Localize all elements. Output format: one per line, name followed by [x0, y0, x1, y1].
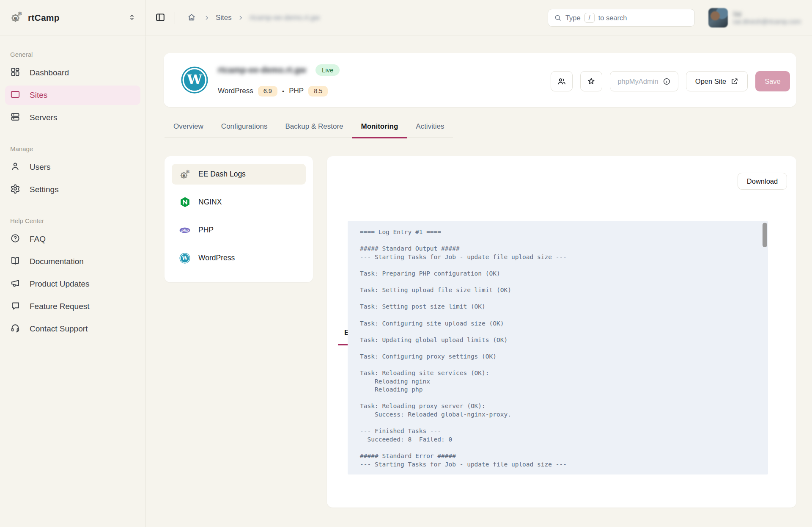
tab-backup-restore[interactable]: Backup & Restore — [276, 121, 352, 138]
headset-icon — [10, 323, 20, 335]
divider — [175, 12, 175, 24]
log-type-php[interactable]: PHP — [172, 220, 306, 240]
sidebar-item-settings[interactable]: Settings — [5, 180, 140, 199]
open-site-label: Open Site — [695, 77, 726, 86]
chevron-up-down-icon — [128, 13, 136, 23]
search-placeholder-prefix: Type — [565, 14, 581, 22]
status-badge: Live — [315, 64, 340, 76]
sidebar-item-feature-request[interactable]: Feature Request — [5, 297, 140, 316]
chat-bubble-icon — [10, 301, 20, 313]
tab-monitoring[interactable]: Monitoring — [352, 121, 407, 138]
servers-icon — [10, 112, 20, 124]
sidebar-section-manage: Manage — [10, 145, 135, 152]
site-stack-row: WordPress 6.9 • PHP 8.5 — [218, 86, 328, 97]
sidebar-item-label: Sites — [30, 91, 47, 100]
sidebar-item-servers[interactable]: Servers — [5, 108, 140, 127]
megaphone-icon — [10, 278, 20, 290]
php-label: PHP — [289, 87, 304, 95]
sidebar-section-general: General — [10, 51, 135, 58]
sidebar-item-dashboard[interactable]: Dashboard — [5, 63, 140, 83]
log-type-label: PHP — [198, 226, 214, 235]
book-open-icon — [10, 256, 20, 268]
app-root: rtCamp — [0, 0, 812, 527]
site-name-redacted: rtcamp-ee-demo.rt.gw — [218, 65, 306, 75]
save-button[interactable]: Save — [755, 71, 790, 91]
sidebar-item-contact-support[interactable]: Contact Support — [5, 319, 140, 339]
sidebar-item-label: Users — [30, 163, 51, 172]
search-slash-key: / — [584, 13, 595, 23]
log-scrollbar-thumb[interactable] — [763, 223, 767, 247]
log-type-label: EE Dash Logs — [198, 170, 246, 179]
gear-icon — [10, 184, 20, 196]
sidebar-item-users[interactable]: Users — [5, 157, 140, 177]
topbar-main: Sites rtcamp-ee-demo.rt.gw Type / to sea… — [146, 8, 812, 28]
home-breadcrumb-button[interactable] — [185, 11, 198, 25]
dashboard-icon — [10, 67, 20, 79]
star-icon — [587, 77, 596, 86]
tab-activities[interactable]: Activities — [407, 121, 453, 138]
log-output-text: ==== Log Entry #1 ==== ##### Standard Ou… — [348, 221, 768, 475]
site-header-card: rtcamp-ee-demo.rt.gw Live WordPress 6.9 … — [164, 53, 796, 107]
sidebar-item-label: Settings — [30, 185, 59, 194]
breadcrumb-sites-link[interactable]: Sites — [216, 14, 232, 22]
separator-dot: • — [282, 88, 284, 95]
wordpress-site-logo-icon — [181, 66, 208, 96]
site-users-button[interactable] — [551, 71, 573, 91]
sidebar-item-sites[interactable]: Sites — [5, 86, 140, 105]
sidebar-item-label: Documentation — [30, 257, 84, 266]
users-icon — [557, 77, 566, 86]
sidebar-item-label: Product Updates — [30, 279, 90, 289]
user-menu[interactable]: Sai sai.dinesh@rtcamp.com — [708, 8, 801, 28]
sidebar-item-documentation[interactable]: Documentation — [5, 252, 140, 271]
wordpress-version-badge: 6.9 — [258, 86, 277, 97]
sidebar-item-product-updates[interactable]: Product Updates — [5, 274, 140, 294]
site-title-row: rtcamp-ee-demo.rt.gw Live — [218, 64, 340, 76]
download-button[interactable]: Download — [738, 173, 787, 190]
log-type-nginx[interactable]: NGINX — [172, 192, 306, 212]
sidebar-item-faq[interactable]: FAQ — [5, 229, 140, 249]
user-avatar — [708, 8, 728, 28]
user-name-redacted: Sai — [733, 11, 801, 17]
breadcrumb-site-name-redacted: rtcamp-ee-demo.rt.gw — [250, 14, 320, 22]
sidebar-item-label: Dashboard — [30, 68, 69, 77]
search-icon — [554, 14, 562, 22]
chevron-right-icon — [204, 15, 210, 21]
user-icon — [10, 161, 20, 174]
easyengine-logo-icon — [179, 169, 191, 180]
sidebar-item-label: Feature Request — [30, 302, 90, 311]
log-type-label: NGINX — [198, 198, 222, 207]
wordpress-label: WordPress — [218, 87, 253, 95]
nginx-logo-icon — [179, 197, 191, 207]
search-placeholder-suffix: to search — [598, 14, 627, 22]
tab-configurations[interactable]: Configurations — [212, 121, 277, 138]
tab-overview[interactable]: Overview — [165, 121, 212, 138]
user-meta: Sai sai.dinesh@rtcamp.com — [733, 11, 801, 25]
favorite-star-button[interactable] — [580, 71, 602, 91]
log-types-panel: EE Dash Logs NGINX PHP WordPress — [165, 156, 313, 282]
question-circle-icon — [10, 233, 20, 246]
log-type-wordpress[interactable]: WordPress — [172, 248, 306, 268]
sidebar-toggle-button[interactable] — [154, 11, 167, 25]
log-output-area[interactable]: ==== Log Entry #1 ==== ##### Standard Ou… — [348, 221, 768, 475]
sidebar-item-label: Servers — [30, 113, 57, 122]
info-icon — [663, 77, 671, 86]
open-site-button[interactable]: Open Site — [686, 71, 748, 91]
wordpress-logo-icon — [179, 253, 191, 264]
log-type-label: WordPress — [198, 254, 235, 262]
sidebar-item-label: FAQ — [30, 235, 46, 244]
site-tabs: Overview Configurations Backup & Restore… — [165, 121, 453, 138]
sidebar: General Dashboard Sites Servers Manage U — [0, 36, 146, 527]
breadcrumb: Sites rtcamp-ee-demo.rt.gw — [185, 11, 320, 25]
brand-area: rtCamp — [0, 0, 146, 36]
log-type-ee-dash-logs[interactable]: EE Dash Logs — [172, 164, 306, 185]
panel-toggle-icon — [155, 12, 165, 24]
easyengine-logo-icon — [10, 11, 23, 25]
chevron-right-icon — [238, 15, 244, 21]
search-input[interactable]: Type / to search — [548, 9, 695, 27]
php-version-badge: 8.5 — [308, 86, 328, 97]
top-header: rtCamp — [0, 0, 812, 36]
external-link-icon — [730, 77, 738, 86]
phpmyadmin-button[interactable]: phpMyAdmin — [610, 71, 678, 91]
workspace-switcher-button[interactable] — [126, 11, 138, 25]
brand-name: rtCamp — [28, 13, 121, 23]
